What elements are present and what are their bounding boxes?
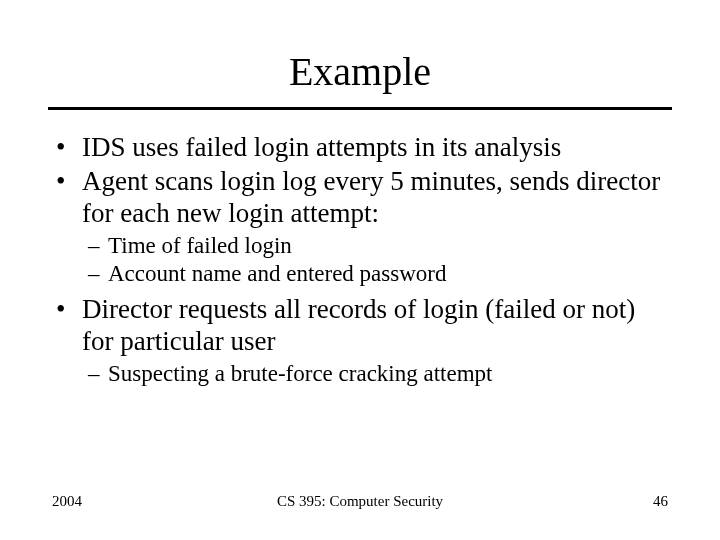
sub-bullet-mark: –	[88, 360, 108, 387]
bullet-mark: •	[52, 294, 82, 358]
slide-content: • IDS uses failed login attempts in its …	[0, 132, 720, 387]
sub-bullet-text: Account name and entered password	[108, 260, 668, 287]
title-divider	[48, 107, 672, 110]
sub-bullet-mark: –	[88, 232, 108, 259]
sub-bullet-item: – Account name and entered password	[88, 260, 668, 287]
sub-bullet-mark: –	[88, 260, 108, 287]
bullet-item: • IDS uses failed login attempts in its …	[52, 132, 668, 164]
sub-bullet-item: – Suspecting a brute-force cracking atte…	[88, 360, 668, 387]
footer-page-number: 46	[653, 493, 668, 510]
footer-course: CS 395: Computer Security	[277, 493, 443, 510]
slide-title: Example	[0, 0, 720, 107]
sub-bullet-text: Suspecting a brute-force cracking attemp…	[108, 360, 668, 387]
slide-footer: 2004 CS 395: Computer Security 46	[0, 493, 720, 510]
bullet-item: • Agent scans login log every 5 minutes,…	[52, 166, 668, 230]
bullet-text: IDS uses failed login attempts in its an…	[82, 132, 668, 164]
sub-bullet-text: Time of failed login	[108, 232, 668, 259]
footer-year: 2004	[52, 493, 82, 510]
bullet-mark: •	[52, 166, 82, 230]
bullet-item: • Director requests all records of login…	[52, 294, 668, 358]
sub-bullet-item: – Time of failed login	[88, 232, 668, 259]
bullet-text: Director requests all records of login (…	[82, 294, 668, 358]
bullet-mark: •	[52, 132, 82, 164]
bullet-text: Agent scans login log every 5 minutes, s…	[82, 166, 668, 230]
